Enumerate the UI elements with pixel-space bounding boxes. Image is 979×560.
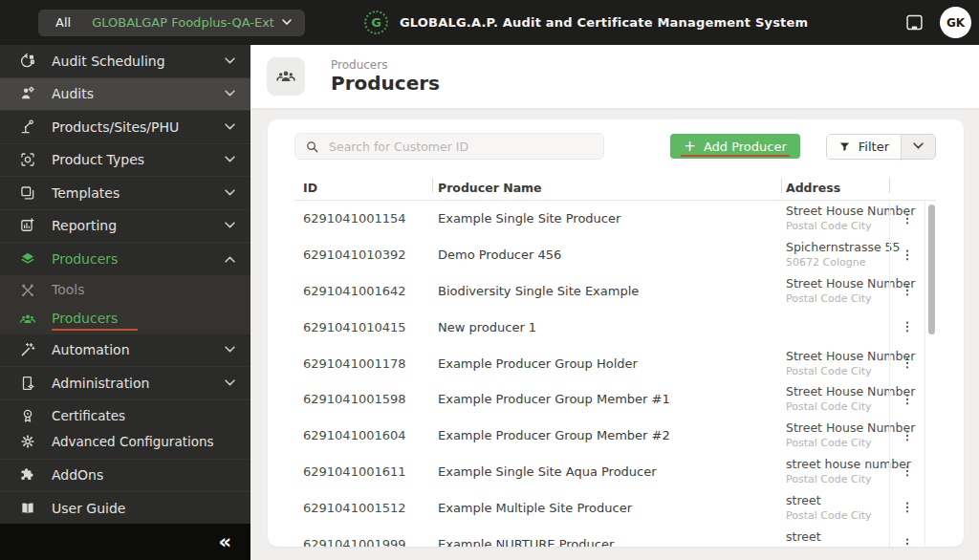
environment-name[interactable]: GLOBALGAP Foodplus-QA-Ext — [92, 15, 292, 30]
table-scrollbar[interactable] — [925, 201, 936, 547]
sidebar-item-label: Product Types — [52, 152, 225, 167]
tools-icon — [17, 282, 38, 299]
row-actions-button[interactable] — [898, 498, 917, 517]
table-row[interactable]: 6291041001512Example Multiple Site Produ… — [294, 489, 936, 526]
table-row[interactable]: 6291041010392Demo Producer 456Spichernst… — [294, 237, 936, 273]
sidebar-item-automation[interactable]: Automation — [0, 334, 250, 368]
cell-actions — [889, 345, 925, 381]
table-row[interactable]: 6291041001604Example Producer Group Memb… — [294, 418, 936, 454]
sidebar-subitem-producers[interactable]: Producers — [0, 305, 250, 334]
book-icon — [17, 499, 38, 518]
cell-address-line1: Street House Number — [786, 421, 889, 435]
toolbar-actions: + Add Producer Filter — [670, 134, 936, 160]
producers-table: ID Producer Name Address 6291041001154Ex… — [294, 175, 936, 547]
cell-actions — [889, 526, 925, 547]
sidebar-collapse-bar[interactable]: « — [0, 524, 250, 560]
table-row[interactable]: 6291041001611Example Single Site Aqua Pr… — [294, 454, 936, 490]
search-icon — [305, 140, 319, 154]
sidebar-item-templates[interactable]: Templates — [0, 177, 250, 210]
sidebar-item-reporting[interactable]: Reporting — [0, 210, 250, 244]
sidebar-item-product-types[interactable]: Product Types — [0, 144, 250, 178]
sidebar-submenu: ToolsProducers — [0, 276, 250, 334]
sidebar-item-advanced-configurations[interactable]: Advanced Configurations — [0, 429, 250, 455]
environment-name-label: GLOBALGAP Foodplus-QA-Ext — [92, 15, 274, 30]
globalgap-logo-icon: G — [364, 11, 388, 34]
sidebar-item-user-guide[interactable]: User Guide — [0, 492, 250, 524]
kebab-menu-icon — [900, 355, 915, 371]
cell-actions — [889, 454, 925, 490]
user-avatar[interactable]: GK — [940, 7, 971, 38]
sidebar-item-label: Producers — [52, 311, 118, 327]
table-row[interactable]: 6291041001598Example Producer Group Memb… — [294, 381, 936, 418]
sidebar-item-addons[interactable]: AddOns — [0, 460, 250, 493]
table-body: 6291041001154Example Single Site Produce… — [294, 201, 936, 547]
kebab-menu-icon — [900, 463, 915, 479]
scope-all-label[interactable]: All — [55, 15, 71, 30]
chevron-up-icon — [225, 255, 235, 263]
cell-actions — [889, 418, 925, 454]
app-title: GLOBALG.A.P. Audit and Certificate Manag… — [400, 15, 808, 30]
sidebar-subitem-tools[interactable]: Tools — [0, 276, 250, 305]
sidebar: Audit SchedulingAuditsProducts/Sites/PHU… — [0, 45, 250, 560]
page-header: Producers Producers — [250, 45, 979, 108]
sidebar-item-label: Certificates — [52, 408, 235, 423]
add-producer-label: Add Producer — [704, 140, 787, 154]
product-types-icon — [17, 150, 38, 169]
row-actions-button[interactable] — [898, 462, 917, 481]
cell-producer-name: Example NURTURE Producer — [432, 537, 781, 547]
table-row[interactable]: 6291041010415New producer 1 — [294, 309, 936, 345]
kebab-menu-icon — [900, 428, 915, 443]
display-icon[interactable] — [904, 12, 925, 32]
logo-letter: G — [371, 15, 381, 30]
sidebar-item-administration[interactable]: Administration — [0, 367, 250, 400]
column-header-actions — [889, 175, 936, 200]
chevron-down-icon — [913, 142, 924, 150]
automation-icon — [17, 340, 38, 359]
row-actions-button[interactable] — [898, 390, 917, 409]
table-row[interactable]: 6291041001642Biodiversity Single Site Ex… — [294, 273, 936, 310]
row-actions-button[interactable] — [898, 426, 917, 445]
cell-address-line2: Postal Code City — [786, 546, 889, 547]
sidebar-item-audit-scheduling[interactable]: Audit Scheduling — [0, 45, 250, 78]
cell-producer-name: Example Multiple Site Producer — [432, 501, 781, 515]
cell-address: Street House NumberPostal Code City — [781, 350, 889, 377]
sidebar-item-label: Products/Sites/PHU — [52, 119, 225, 135]
environment-selector[interactable]: All GLOBALGAP Foodplus-QA-Ext — [38, 10, 305, 36]
search-input[interactable] — [327, 139, 594, 155]
column-header-id[interactable]: ID — [294, 175, 432, 200]
column-header-address[interactable]: Address — [781, 175, 889, 200]
scrollbar-thumb[interactable] — [928, 205, 935, 334]
table-row[interactable]: 6291041001154Example Single Site Produce… — [294, 201, 936, 237]
row-actions-button[interactable] — [898, 281, 917, 300]
sidebar-item-audits[interactable]: Audits — [0, 78, 250, 112]
add-producer-button[interactable]: + Add Producer — [670, 134, 799, 159]
filter-button[interactable]: Filter — [827, 135, 901, 159]
cell-address: Street House NumberPostal Code City — [781, 205, 889, 232]
kebab-menu-icon — [900, 211, 915, 226]
cell-address: street house numberPostal Code City — [781, 458, 889, 485]
table-row[interactable]: 6291041001178Example Producer Group Hold… — [294, 345, 936, 381]
puzzle-icon — [17, 465, 38, 485]
sidebar-item-products-sites-phu[interactable]: Products/Sites/PHU — [0, 111, 250, 144]
table-header: ID Producer Name Address — [294, 175, 936, 201]
cell-address-line1: Street House Number — [786, 205, 889, 218]
row-actions-button[interactable] — [898, 209, 917, 228]
row-actions-button[interactable] — [898, 317, 917, 336]
row-actions-button[interactable] — [898, 246, 917, 265]
cell-customer-id: 6291041010415 — [294, 320, 432, 334]
row-actions-button[interactable] — [898, 354, 917, 373]
search-box[interactable] — [294, 133, 604, 160]
chevron-down-icon — [225, 156, 235, 163]
filter-funnel-icon — [838, 140, 851, 153]
plus-icon: + — [684, 140, 696, 154]
sidebar-item-certificates[interactable]: Certificates — [0, 403, 250, 429]
table-row[interactable]: 6291041001999Example NURTURE Producerstr… — [294, 526, 936, 547]
column-header-producer-name[interactable]: Producer Name — [432, 175, 781, 200]
filter-split-button: Filter — [826, 134, 936, 160]
collapse-sidebar-icon[interactable]: « — [218, 532, 231, 552]
cell-address-line2: Postal Code City — [786, 473, 889, 485]
filter-dropdown-button[interactable] — [901, 135, 935, 159]
row-actions-button[interactable] — [898, 534, 917, 547]
products-sites-icon — [17, 118, 38, 137]
sidebar-item-producers[interactable]: Producers — [0, 243, 250, 276]
